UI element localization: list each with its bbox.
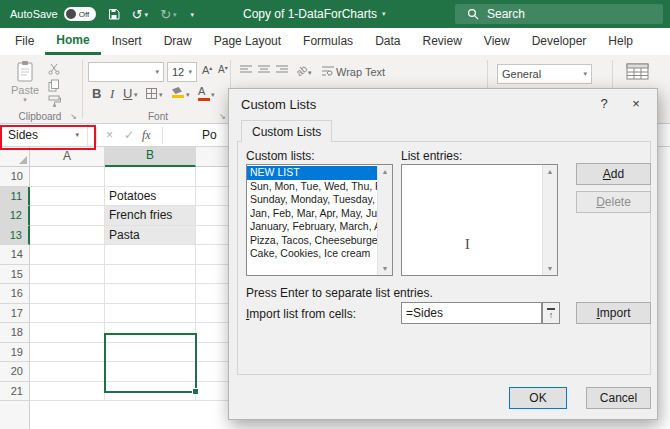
cell-B16[interactable] <box>105 284 196 304</box>
number-format-combobox[interactable]: General ▾ <box>497 64 592 84</box>
font-size-dropdown-icon[interactable]: ▾ <box>188 68 192 76</box>
cell-A13[interactable] <box>30 226 105 246</box>
cell-B12[interactable]: French fries <box>105 206 196 226</box>
format-painter-icon[interactable] <box>48 95 61 109</box>
cell-B14[interactable] <box>105 245 196 265</box>
custom-list-item-1[interactable]: Sun, Mon, Tue, Wed, Thu, Fri, Sat <box>247 180 377 194</box>
row-header-16[interactable]: 16 <box>0 284 30 304</box>
row-header-17[interactable]: 17 <box>0 304 30 324</box>
cut-icon[interactable] <box>48 63 60 77</box>
underline-dropdown-icon[interactable]: ▾ <box>134 91 138 99</box>
insert-function-icon[interactable]: fx <box>142 124 151 146</box>
scroll-down-icon[interactable]: ▼ <box>543 265 557 272</box>
import-range-input[interactable] <box>401 302 542 324</box>
borders-dropdown-icon[interactable]: ▾ <box>159 91 163 99</box>
entries-scrollbar[interactable]: ▲ ▼ <box>542 165 557 275</box>
cell-B19[interactable] <box>105 343 196 363</box>
row-header-19[interactable]: 19 <box>0 343 30 363</box>
row-header-21[interactable]: 21 <box>0 382 30 402</box>
cell-B15[interactable] <box>105 265 196 285</box>
custom-list-item-2[interactable]: Sunday, Monday, Tuesday, Wednes <box>247 193 377 207</box>
cancel-entry-icon[interactable]: × <box>106 124 113 146</box>
cell-B20[interactable] <box>105 362 196 382</box>
clipboard-dialog-launcher-icon[interactable]: ↘ <box>70 112 77 121</box>
underline-button[interactable]: U <box>123 86 132 101</box>
delete-button[interactable]: Delete <box>576 191 651 213</box>
cell-A14[interactable] <box>30 245 105 265</box>
confirm-entry-icon[interactable]: ✓ <box>124 124 134 146</box>
quick-access-menu-icon[interactable]: ▾ <box>189 11 195 18</box>
number-format-dropdown-icon[interactable]: ▾ <box>583 70 587 78</box>
cell-A10[interactable] <box>30 167 105 187</box>
font-name-combobox[interactable]: ▾ <box>88 62 164 82</box>
tab-home[interactable]: Home <box>45 28 100 55</box>
custom-lists-listbox[interactable]: NEW LISTSun, Mon, Tue, Wed, Thu, Fri, Sa… <box>246 164 393 276</box>
grow-font-icon[interactable]: A▴ <box>202 64 212 76</box>
select-all-corner[interactable] <box>0 147 30 167</box>
orientation-dropdown-icon[interactable]: ▾ <box>308 69 312 77</box>
import-button[interactable]: Import <box>576 302 651 324</box>
italic-button[interactable]: I <box>110 86 114 102</box>
copy-icon[interactable] <box>48 79 60 94</box>
add-button[interactable]: Add <box>576 163 651 185</box>
row-header-18[interactable]: 18 <box>0 323 30 343</box>
listbox-scrollbar[interactable]: ▲ ▼ <box>377 165 392 275</box>
cell-B10[interactable] <box>105 167 196 187</box>
tab-insert[interactable]: Insert <box>101 28 153 55</box>
formula-bar-content[interactable]: Po <box>202 124 217 146</box>
cell-A11[interactable] <box>30 187 105 207</box>
tab-formulas[interactable]: Formulas <box>292 28 364 55</box>
paste-dropdown-icon[interactable]: ▾ <box>8 96 42 104</box>
custom-list-item-4[interactable]: January, February, March, April, Ma <box>247 220 377 234</box>
cell-A17[interactable] <box>30 304 105 324</box>
column-header-B[interactable]: B <box>105 147 196 167</box>
search-box[interactable]: Search <box>455 4 663 24</box>
font-color-icon[interactable]: A <box>198 85 210 101</box>
scroll-down-icon[interactable]: ▼ <box>378 265 392 272</box>
row-header-11[interactable]: 11 <box>0 187 30 207</box>
cell-A12[interactable] <box>30 206 105 226</box>
tab-data[interactable]: Data <box>364 28 411 55</box>
row-header-15[interactable]: 15 <box>0 265 30 285</box>
scroll-up-icon[interactable]: ▲ <box>378 168 392 175</box>
wrap-text-label[interactable]: Wrap Text <box>336 66 385 78</box>
row-header-12[interactable]: 12 <box>0 206 30 226</box>
cell-A20[interactable] <box>30 362 105 382</box>
cell-B11[interactable]: Potatoes <box>105 187 196 207</box>
cell-B21[interactable] <box>105 382 196 402</box>
range-picker-button[interactable]: ↑ <box>542 302 560 324</box>
paste-button[interactable]: Paste ▾ <box>8 60 42 104</box>
row-header-14[interactable]: 14 <box>0 245 30 265</box>
tab-page-layout[interactable]: Page Layout <box>203 28 292 55</box>
tab-file[interactable]: File <box>4 28 45 55</box>
document-title[interactable]: Copy of 1-DataForCharts ▾ <box>243 0 386 28</box>
font-dialog-launcher-icon[interactable]: ↘ <box>219 112 226 121</box>
save-icon[interactable] <box>108 8 120 20</box>
column-header-A[interactable]: A <box>30 147 105 167</box>
cell-A16[interactable] <box>30 284 105 304</box>
row-header-20[interactable]: 20 <box>0 362 30 382</box>
tab-draw[interactable]: Draw <box>153 28 203 55</box>
scroll-up-icon[interactable]: ▲ <box>543 168 557 175</box>
format-as-table-icon[interactable] <box>626 62 650 84</box>
borders-icon[interactable] <box>146 88 157 99</box>
row-header-10[interactable]: 10 <box>0 167 30 187</box>
tab-review[interactable]: Review <box>411 28 472 55</box>
fill-color-icon[interactable] <box>172 87 184 98</box>
custom-list-item-3[interactable]: Jan, Feb, Mar, Apr, May, Jun, Jul, Au <box>247 207 377 221</box>
cancel-button[interactable]: Cancel <box>586 387 651 409</box>
autosave-toggle[interactable]: AutoSave Off <box>10 7 96 21</box>
dialog-help-button[interactable]: ? <box>591 93 617 115</box>
align-middle-icon[interactable] <box>258 65 270 77</box>
dialog-close-icon[interactable]: × <box>623 93 649 115</box>
align-bottom-icon[interactable] <box>276 65 288 77</box>
undo-dropdown-icon[interactable]: ▾ <box>145 11 149 18</box>
redo-icon[interactable]: ↻ ▾ <box>160 8 176 21</box>
name-box[interactable]: Sides ▾ <box>0 124 88 146</box>
custom-list-item-5[interactable]: Pizza, Tacos, Cheeseburger <box>247 234 377 248</box>
align-top-icon[interactable] <box>240 65 252 77</box>
fill-color-dropdown-icon[interactable]: ▾ <box>186 91 190 99</box>
undo-icon[interactable]: ↺ ▾ <box>132 8 148 21</box>
tab-custom-lists[interactable]: Custom Lists <box>241 120 332 142</box>
shrink-font-icon[interactable]: A▾ <box>218 64 228 75</box>
